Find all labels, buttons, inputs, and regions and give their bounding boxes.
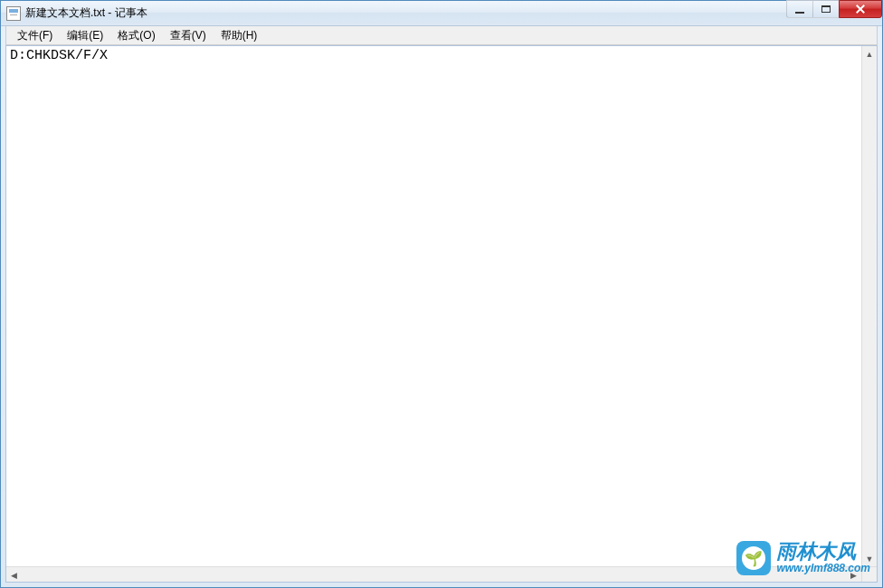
scroll-track-horizontal[interactable] — [22, 567, 846, 582]
application-window: 新建文本文档.txt - 记事本 文件(F) 编辑(E) 格式(O) 查看(V)… — [0, 0, 883, 588]
vertical-scrollbar[interactable]: ▲ ▼ — [861, 46, 877, 566]
horizontal-scrollbar[interactable]: ◀ ▶ — [6, 566, 861, 582]
menu-edit[interactable]: 编辑(E) — [60, 26, 110, 45]
notepad-icon — [6, 6, 21, 21]
maximize-button[interactable] — [812, 0, 840, 18]
text-editor[interactable]: D:CHKDSK/F/X — [6, 46, 861, 566]
menu-file[interactable]: 文件(F) — [10, 26, 60, 45]
close-button[interactable] — [839, 0, 882, 18]
titlebar[interactable]: 新建文本文档.txt - 记事本 — [1, 1, 882, 26]
scroll-track-vertical[interactable] — [862, 62, 877, 551]
menu-format[interactable]: 格式(O) — [110, 26, 162, 45]
maximize-icon — [821, 5, 831, 13]
content-area: D:CHKDSK/F/X ▲ ▼ ◀ ▶ — [5, 45, 878, 583]
scroll-right-icon[interactable]: ▶ — [846, 567, 861, 583]
scroll-up-icon[interactable]: ▲ — [862, 46, 877, 62]
minimize-icon — [795, 11, 804, 14]
close-icon — [855, 4, 866, 14]
scroll-corner — [861, 566, 877, 582]
scroll-left-icon[interactable]: ◀ — [6, 567, 22, 583]
scroll-down-icon[interactable]: ▼ — [862, 551, 877, 566]
minimize-button[interactable] — [786, 0, 813, 18]
menu-view[interactable]: 查看(V) — [163, 26, 214, 45]
window-title: 新建文本文档.txt - 记事本 — [25, 5, 882, 21]
menu-help[interactable]: 帮助(H) — [214, 26, 265, 45]
window-controls — [787, 0, 882, 18]
menubar: 文件(F) 编辑(E) 格式(O) 查看(V) 帮助(H) — [5, 26, 878, 45]
